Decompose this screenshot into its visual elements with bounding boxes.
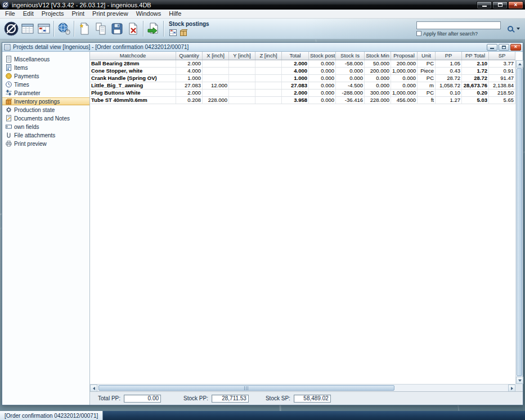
table-cell[interactable]: Cone Stopper, white [90,67,176,74]
export-document-icon[interactable] [145,20,161,37]
table-cell[interactable]: m [418,82,436,89]
table-cell[interactable]: Tube ST 40mm/0.6mm [90,96,176,104]
table-cell[interactable]: 1,000.000 [391,89,418,96]
new-document-icon[interactable] [76,20,92,37]
table-cell[interactable]: ft [418,96,436,104]
table-cell[interactable] [229,96,255,104]
table-cell[interactable]: 2,138.84 [489,82,515,89]
menu-item-print-preview[interactable]: Print preview [88,10,132,18]
menu-item-print[interactable]: Print [68,10,88,18]
table-cell[interactable]: 3.77 [489,60,515,67]
table-cell[interactable] [203,74,229,82]
document-close-button[interactable]: × [510,44,521,51]
table-cell[interactable]: 4.000 [176,67,203,74]
scroll-up-button[interactable] [516,60,523,68]
sidebar-item-payments[interactable]: Payments [2,72,89,80]
sidebar-item-documents-and-notes[interactable]: Documents and Notes [2,114,89,122]
table-cell[interactable]: 0.000 [309,89,336,96]
table-cell[interactable]: 5.65 [489,96,515,104]
table-cell[interactable]: 28.72 [462,74,489,82]
table-cell[interactable]: PC [418,89,436,96]
column-header-quantity[interactable]: Quantity [176,52,203,60]
table-cell[interactable]: Little_Big_T_awning [90,82,176,89]
sidebar-item-parameter[interactable]: Parameter [2,89,89,97]
sidebar-item-print-preview[interactable]: Print preview [2,140,89,148]
minimize-button[interactable] [477,1,492,9]
table-cell[interactable]: 1,000.000 [391,67,418,74]
table-cell[interactable]: 0.000 [365,74,391,82]
table-cell[interactable]: 0.000 [309,74,336,82]
active-window-tab[interactable]: [Order confirmation 04232012/00071] [0,411,103,420]
table-cell[interactable]: Piece [418,67,436,74]
stock-grid-icon[interactable] [169,29,177,37]
document-minimize-button[interactable] [487,44,497,51]
menu-item-file[interactable]: File [1,10,19,18]
stock-box-icon[interactable] [179,29,187,37]
vertical-scroll-track[interactable] [517,68,522,377]
table-cell[interactable] [255,96,282,104]
table-cell[interactable]: -36.416 [336,96,365,104]
table-cell[interactable]: 3.958 [282,96,309,104]
table-cell[interactable]: 218.50 [489,89,515,96]
table-cell[interactable] [229,89,255,96]
table-cell[interactable]: 0.000 [365,82,391,89]
table-cell[interactable]: 0.10 [436,89,462,96]
sidebar-item-own-fields[interactable]: own fields [2,123,89,131]
sidebar-item-times[interactable]: Times [2,81,89,88]
sidebar-item-production-state[interactable]: Production state [2,106,89,114]
table-cell[interactable] [229,60,255,67]
table-cell[interactable] [255,82,282,89]
table-row[interactable]: Tube ST 40mm/0.6mm0.208228.0003.9580.000… [90,96,515,104]
column-header-stock-is[interactable]: Stock Is [336,52,365,60]
table-cell[interactable] [203,60,229,67]
copy-document-icon[interactable] [92,20,109,37]
table-cell[interactable]: Plug Buttons White [90,89,176,96]
table-row[interactable]: Cone Stopper, white4.0004.0000.0000.0002… [90,67,515,74]
vertical-scroll-thumb[interactable] [517,68,522,376]
table-cell[interactable]: 0.91 [489,67,515,74]
table-cell[interactable]: 1.72 [462,67,489,74]
table-cell[interactable]: PC [418,60,436,67]
vertical-scrollbar[interactable] [515,60,523,384]
column-header-sp[interactable]: SP [489,52,515,60]
scroll-down-button[interactable] [516,377,523,384]
table-cell[interactable]: 28.72 [436,74,462,82]
table-cell[interactable]: 5.03 [462,96,489,104]
table-cell[interactable]: Ball Bearing 28mm [90,60,176,67]
table-cell[interactable]: 456.000 [391,96,418,104]
table-cell[interactable] [255,67,282,74]
table-cell[interactable]: 4.000 [282,67,309,74]
maximize-button[interactable] [492,1,508,9]
table-cell[interactable]: 27.083 [282,82,309,89]
table-cell[interactable]: 1.05 [436,60,462,67]
table-cell[interactable]: 2.000 [176,60,203,67]
table-cell[interactable]: 1.27 [436,96,462,104]
apply-filter-checkbox[interactable] [416,31,421,36]
table-cell[interactable]: 0.000 [309,96,336,104]
document-window-title-bar[interactable]: Projects detail view [Ingenious] - [Orde… [2,43,523,52]
table-row[interactable]: Crank Handle (Spring OV)1.0001.0000.0000… [90,74,515,82]
table-cell[interactable]: 0.000 [309,67,336,74]
web-globe-icon[interactable] [56,20,72,37]
column-header-pp[interactable]: PP [436,52,462,60]
column-header-total[interactable]: Total [282,52,309,60]
table-cell[interactable]: 91.47 [489,74,515,82]
sidebar-item-file-attachments[interactable]: File attachments [2,131,89,139]
table-cell[interactable]: 1.000 [282,74,309,82]
column-header-matchcode[interactable]: Matchcode [90,52,176,60]
table-cell[interactable]: 1.000 [176,74,203,82]
menu-item-edit[interactable]: Edit [19,10,38,18]
column-header-y-inch[interactable]: Y [inch] [229,52,255,60]
column-header-stock-min[interactable]: Stock Min [365,52,391,60]
close-button[interactable]: × [508,1,523,9]
table-cell[interactable]: -58.000 [336,60,365,67]
table-grid-icon[interactable] [19,20,35,37]
column-header-stock-post[interactable]: Stock post... [309,52,336,60]
horizontal-scroll-thumb[interactable] [98,385,394,391]
table-cell[interactable]: 0.000 [309,82,336,89]
table-cell[interactable]: 0.20 [462,89,489,96]
sidebar-item-inventory-postings[interactable]: Inventory postings [2,97,89,105]
horizontal-scrollbar[interactable] [90,384,515,391]
table-row[interactable]: Plug Buttons White2.0002.0000.000-288.00… [90,89,515,96]
column-header-pp-total[interactable]: PP Total [462,52,489,60]
